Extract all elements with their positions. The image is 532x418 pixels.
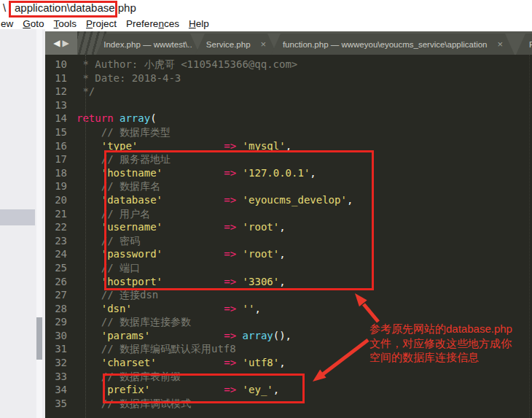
code-token: ,: [279, 356, 285, 370]
tab-label: Service.php: [206, 40, 251, 49]
tab-close-icon[interactable]: ×: [261, 39, 267, 50]
code-line-11[interactable]: 11 * Date: 2018-4-3: [45, 71, 532, 85]
code-line-35[interactable]: 35 // 数据库调试模式: [45, 397, 532, 411]
code-line-12[interactable]: 12 */: [45, 85, 532, 98]
code-token: // 用户名: [77, 207, 150, 221]
line-number: 28: [45, 302, 77, 316]
code-token: (: [150, 112, 156, 125]
code-token: // 数据库连接参数: [77, 315, 191, 329]
editor-tab-3[interactable]: F: [516, 34, 532, 55]
code-line-33[interactable]: 33 // 数据库表前缀: [45, 370, 532, 384]
code-line-27[interactable]: 27 // 连接dsn: [45, 288, 532, 302]
code-line-15[interactable]: 15 // 数据库类型: [45, 125, 532, 139]
code-line-21[interactable]: 21 // 用户名: [45, 207, 532, 221]
code-line-31[interactable]: 31 // 数据库编码默认采用utf8: [45, 342, 532, 356]
code-token: =>: [224, 302, 236, 316]
editor-tab-1[interactable]: Service.php×: [195, 34, 277, 55]
code-token: =>: [224, 383, 236, 397]
window-title-bar: \ application\database.php: [0, 0, 532, 16]
code-line-30[interactable]: 30 'params' => array(),: [45, 329, 532, 343]
code-token: =>: [224, 247, 236, 261]
code-token: [157, 356, 224, 370]
background-scrollbar-thumb[interactable]: [36, 317, 42, 360]
menu-item-tools[interactable]: Tools: [54, 18, 77, 29]
code-token: [236, 329, 242, 343]
editor-tab-2[interactable]: function.php — wwweyou\eyoucms_service\a…: [271, 34, 515, 55]
code-line-10[interactable]: 10 * Author: 小虎哥 <1105415366@qq.com>: [45, 58, 532, 71]
code-token: =>: [224, 220, 236, 234]
window-title: application\database.php: [15, 1, 136, 14]
code-token: [163, 220, 224, 234]
forward-arrow-icon[interactable]: ▶: [63, 38, 69, 48]
code-line-22[interactable]: 22 'username' => 'root',: [45, 220, 532, 234]
line-number: 32: [45, 356, 77, 370]
code-line-28[interactable]: 28 'dsn' => '',: [45, 302, 532, 316]
line-number: 34: [45, 383, 77, 397]
editor-tab-0[interactable]: Index.php — wwwtest\..: [96, 34, 200, 55]
background-scrollbar-track[interactable]: [36, 29, 42, 418]
menu-item-goto[interactable]: Goto: [23, 18, 44, 29]
menu-item-ew[interactable]: ew: [1, 18, 13, 29]
code-line-19[interactable]: 19 // 数据库名: [45, 179, 532, 193]
code-token: [138, 139, 224, 153]
line-number: 26: [45, 275, 77, 289]
code-line-32[interactable]: 32 'charset' => 'utf8',: [45, 356, 532, 370]
code-line-25[interactable]: 25 // 端口: [45, 261, 532, 275]
code-token: [114, 112, 120, 125]
code-token: [77, 356, 101, 370]
code-line-16[interactable]: 16 'type' => 'mysql',: [45, 139, 532, 153]
code-token: // 数据库类型: [77, 125, 171, 139]
code-token: 'params': [101, 329, 150, 343]
code-token: 'ey_': [243, 383, 273, 397]
code-token: [163, 275, 224, 289]
tab-nav-buttons[interactable]: ◀ ▶: [45, 31, 77, 55]
code-token: '3306': [243, 275, 280, 289]
menu-item-project[interactable]: Project: [86, 18, 117, 29]
line-number: 14: [45, 112, 77, 125]
code-line-23[interactable]: 23 // 密码: [45, 234, 532, 248]
code-token: [77, 220, 101, 234]
indent-guide: [85, 55, 86, 418]
code-token: [77, 139, 101, 153]
code-line-24[interactable]: 24 'password' => 'root',: [45, 247, 532, 261]
code-area[interactable]: 10 * Author: 小虎哥 <1105415366@qq.com>11 *…: [45, 55, 532, 418]
code-line-17[interactable]: 17 // 服务器地址: [45, 152, 532, 166]
line-number: 19: [45, 179, 77, 193]
code-line-29[interactable]: 29 // 数据库连接参数: [45, 315, 532, 329]
code-token: * Date: 2018-4-3: [77, 71, 181, 85]
tab-label: F: [529, 40, 532, 49]
code-token: '127.0.0.1': [243, 166, 310, 180]
code-token: [132, 302, 224, 316]
menu-bar: ewGotoToolsProjectPreferencesHelp: [0, 16, 532, 31]
tab-close-icon[interactable]: ×: [498, 39, 504, 50]
code-token: [236, 139, 242, 153]
code-token: // 端口: [77, 261, 140, 275]
back-arrow-icon[interactable]: ◀: [53, 38, 60, 48]
code-line-18[interactable]: 18 'hostname' => '127.0.0.1',: [45, 166, 532, 180]
code-token: [236, 193, 242, 207]
code-line-13[interactable]: 13: [45, 98, 532, 112]
title-path-fragment: \: [3, 1, 6, 14]
code-token: [236, 275, 242, 289]
background-window-panel: [0, 29, 45, 418]
line-number: 35: [45, 397, 77, 411]
code-line-26[interactable]: 26 'hostport' => '3306',: [45, 275, 532, 289]
code-token: ,: [254, 302, 260, 316]
line-number: 30: [45, 329, 77, 343]
code-line-20[interactable]: 20 'database' => 'eyoucms_develop',: [45, 193, 532, 207]
code-line-34[interactable]: 34 'prefix' => 'ey_',: [45, 383, 532, 397]
code-token: 'eyoucms_develop': [243, 193, 347, 207]
tab-label: function.php — wwweyou\eyoucms_service\a…: [283, 40, 488, 49]
code-token: array: [120, 112, 150, 125]
code-token: // 数据库编码默认采用utf8: [77, 342, 236, 356]
code-token: ,: [347, 193, 353, 207]
code-token: ,: [286, 139, 292, 153]
menu-item-help[interactable]: Help: [189, 18, 209, 29]
code-token: 'mysql': [243, 139, 286, 153]
code-token: 'root': [243, 220, 280, 234]
code-line-14[interactable]: 14return array(: [45, 112, 532, 125]
menu-item-preferences[interactable]: Preferences: [126, 18, 179, 29]
code-token: ,: [310, 166, 316, 180]
line-number: 13: [45, 98, 77, 112]
code-token: [163, 247, 224, 261]
